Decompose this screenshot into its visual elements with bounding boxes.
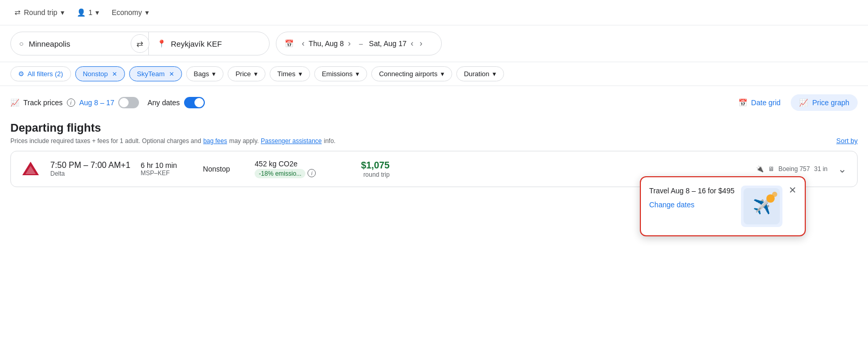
flight-dur-text: 6 hr 10 min bbox=[141, 161, 192, 169]
emissions-info[interactable]: i bbox=[307, 169, 316, 177]
passengers-dropdown[interactable]: 👤 1 ▾ bbox=[73, 5, 104, 20]
flight-route: MSP–KEF bbox=[141, 169, 192, 177]
connecting-airports-label: Connecting airports bbox=[379, 70, 438, 78]
skyteam-filter[interactable]: SkyTeam ✕ bbox=[129, 66, 181, 81]
times-filter[interactable]: Times ▾ bbox=[270, 66, 310, 81]
tooltip-title: Travel Aug 8 – 16 for $495 bbox=[649, 186, 735, 196]
duration-filter[interactable]: Duration ▾ bbox=[456, 66, 504, 81]
origin-destination-group: ○ ⇄ 📍 bbox=[10, 32, 270, 55]
may-apply-text: may apply. bbox=[229, 137, 259, 145]
track-date-range: Aug 8 – 17 bbox=[79, 98, 115, 107]
info-text: info. bbox=[324, 137, 335, 145]
track-prices-row: 📈 Track prices i Aug 8 – 17 Any dates 📅 … bbox=[10, 94, 858, 111]
cabin-chevron: ▾ bbox=[145, 8, 149, 17]
date-grid-icon: 📅 bbox=[738, 98, 747, 107]
round-trip-label: Round trip bbox=[24, 8, 58, 17]
tooltip-close-button[interactable]: ✕ bbox=[789, 186, 796, 195]
bags-chevron: ▾ bbox=[212, 70, 216, 78]
emissions-filter[interactable]: Emissions ▾ bbox=[314, 66, 367, 81]
date2-prev[interactable]: ‹ bbox=[409, 37, 415, 50]
flight-time-range: 7:50 PM – 7:00 AM+1 bbox=[50, 161, 130, 170]
date2-next[interactable]: › bbox=[417, 37, 424, 50]
filters-bar: ⚙ All filters (2) Nonstop ✕ SkyTeam ✕ Ba… bbox=[0, 62, 868, 86]
top-bar: ⇄ Round trip ▾ 👤 1 ▾ Economy ▾ bbox=[0, 0, 868, 25]
subtitle-text: Prices include required taxes + fees for… bbox=[10, 137, 201, 145]
flight-stops: Nonstop bbox=[203, 165, 244, 173]
any-dates-toggle-thumb bbox=[194, 98, 204, 107]
passenger-assistance-link[interactable]: Passenger assistance bbox=[261, 137, 321, 145]
tooltip-content: Travel Aug 8 – 16 for $495 Change dates bbox=[649, 186, 735, 200]
date-separator: – bbox=[359, 40, 362, 48]
connecting-airports-filter[interactable]: Connecting airports ▾ bbox=[371, 66, 452, 81]
any-dates-label: Any dates bbox=[147, 98, 179, 107]
any-dates-group: Any dates bbox=[147, 97, 204, 108]
price-value: $1,075 bbox=[338, 160, 389, 171]
flight-stops-text: Nonstop bbox=[203, 165, 230, 173]
tooltip-illustration: ✈️ bbox=[741, 186, 782, 200]
passengers-label: 1 bbox=[89, 8, 93, 17]
destination-field[interactable]: 📍 bbox=[148, 32, 270, 55]
nonstop-filter[interactable]: Nonstop ✕ bbox=[75, 66, 125, 81]
filter-icon: ⚙ bbox=[18, 70, 24, 78]
all-filters-label: All filters (2) bbox=[27, 70, 63, 78]
nonstop-label: Nonstop bbox=[83, 70, 108, 78]
times-label: Times bbox=[277, 70, 296, 78]
track-left: 📈 Track prices i Aug 8 – 17 Any dates bbox=[10, 97, 205, 108]
date2-nav: Sat, Aug 17 ‹ › bbox=[369, 37, 425, 50]
flight-emissions: 452 kg CO2e -18% emissio... i bbox=[255, 160, 327, 178]
origin-input[interactable] bbox=[29, 39, 123, 48]
emissions-value: 452 kg CO2e bbox=[255, 160, 327, 168]
round-trip-dropdown[interactable]: ⇄ Round trip ▾ bbox=[10, 5, 68, 20]
price-label: round trip bbox=[338, 171, 389, 178]
times-chevron: ▾ bbox=[299, 70, 302, 78]
date-group[interactable]: 📅 ‹ Thu, Aug 8 › – Sat, Aug 17 ‹ › bbox=[276, 32, 442, 55]
calendar-icon: 📅 bbox=[285, 39, 293, 48]
bag-fees-link[interactable]: bag fees bbox=[203, 137, 227, 145]
track-prices-text: Track prices bbox=[23, 98, 63, 107]
emissions-chevron: ▾ bbox=[356, 70, 359, 78]
connecting-airports-chevron: ▾ bbox=[441, 70, 444, 78]
price-graph-icon: 📈 bbox=[799, 98, 808, 107]
sort-by-link[interactable]: Sort by bbox=[836, 137, 858, 145]
departing-title: Departing flights bbox=[10, 121, 858, 135]
airline-logo bbox=[21, 160, 40, 178]
view-options: 📅 Date grid 📈 Price graph bbox=[730, 94, 858, 111]
date1-next[interactable]: › bbox=[346, 37, 353, 50]
date-grid-label: Date grid bbox=[751, 98, 781, 107]
price-graph-label: Price graph bbox=[812, 98, 849, 107]
destination-icon: 📍 bbox=[157, 39, 166, 48]
cabin-label: Economy bbox=[111, 8, 142, 17]
skyteam-close[interactable]: ✕ bbox=[169, 70, 174, 78]
duration-label: Duration bbox=[464, 70, 489, 78]
swap-button[interactable]: ⇄ bbox=[131, 34, 149, 53]
origin-field[interactable]: ○ bbox=[11, 32, 132, 55]
cabin-dropdown[interactable]: Economy ▾ bbox=[107, 5, 152, 20]
skyteam-label: SkyTeam bbox=[137, 70, 164, 78]
expand-button[interactable]: ⌄ bbox=[838, 163, 847, 175]
power-icon: 🔌 bbox=[756, 165, 764, 173]
emissions-label: Emissions bbox=[322, 70, 353, 78]
screen-icon: 🖥 bbox=[768, 165, 774, 173]
nonstop-close[interactable]: ✕ bbox=[112, 70, 117, 78]
departing-subtitle: Prices include required taxes + fees for… bbox=[10, 137, 858, 145]
bags-filter[interactable]: Bags ▾ bbox=[186, 66, 224, 81]
track-prices-label: 📈 Track prices i Aug 8 – 17 bbox=[10, 97, 139, 108]
svg-point-5 bbox=[772, 192, 777, 197]
track-prices-info[interactable]: i bbox=[67, 98, 75, 107]
flight-details: 🔌 🖥 Boeing 757 31 in ⌄ bbox=[756, 163, 847, 175]
price-graph-button[interactable]: 📈 Price graph bbox=[791, 94, 858, 111]
duration-chevron: ▾ bbox=[493, 70, 496, 78]
flight-airline: Delta bbox=[50, 170, 130, 177]
flight-amenities: 🔌 🖥 Boeing 757 31 in bbox=[756, 165, 828, 173]
date-grid-button[interactable]: 📅 Date grid bbox=[730, 94, 789, 111]
any-dates-toggle[interactable] bbox=[184, 97, 205, 108]
price-filter[interactable]: Price ▾ bbox=[228, 66, 265, 81]
track-prices-toggle[interactable] bbox=[118, 97, 139, 108]
aircraft-type: Boeing 757 bbox=[778, 165, 810, 173]
date1-prev[interactable]: ‹ bbox=[300, 37, 306, 50]
all-filters-button[interactable]: ⚙ All filters (2) bbox=[10, 66, 71, 81]
bags-label: Bags bbox=[194, 70, 209, 78]
date1-label: Thu, Aug 8 bbox=[309, 39, 344, 48]
flight-duration: 6 hr 10 min MSP–KEF bbox=[141, 161, 192, 177]
destination-input[interactable] bbox=[171, 39, 261, 48]
